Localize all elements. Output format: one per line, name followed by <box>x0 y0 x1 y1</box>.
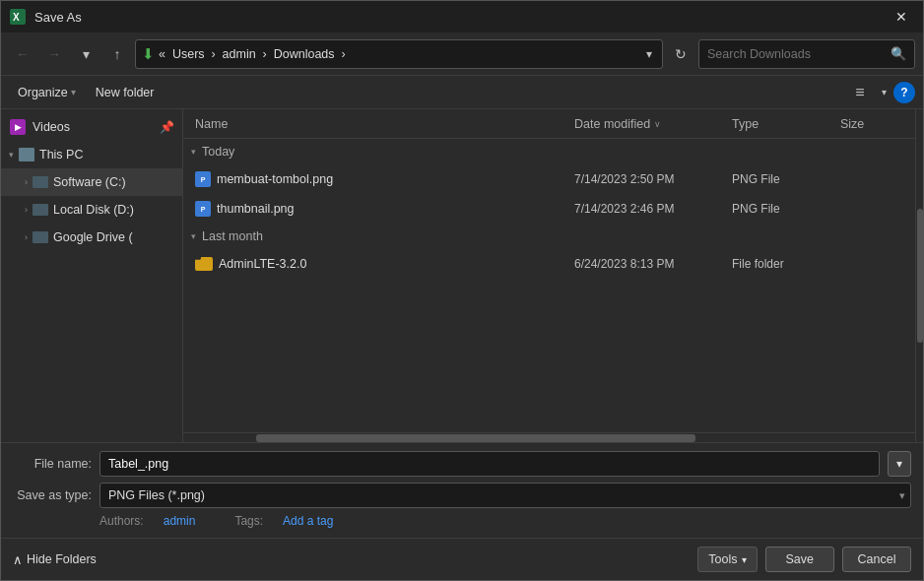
pin-icon: 📌 <box>160 120 174 134</box>
file-type-adminlte: File folder <box>724 257 832 271</box>
search-input[interactable] <box>707 47 885 61</box>
authors-value[interactable]: admin <box>164 514 196 528</box>
hide-folders-button[interactable]: ∧ Hide Folders <box>13 552 97 567</box>
col-header-size[interactable]: Size <box>832 109 911 138</box>
folder-icon <box>195 257 213 271</box>
disk-c-icon <box>32 173 49 191</box>
save-as-dialog: X Save As ✕ ← → ▾ ↑ ⬇ « Users › admin › … <box>0 0 924 581</box>
search-box[interactable]: 🔍 <box>698 39 915 69</box>
sidebar-item-local-disk-d[interactable]: › Local Disk (D:) <box>1 196 182 224</box>
sort-arrow: ∨ <box>654 119 661 129</box>
tags-value[interactable]: Add a tag <box>283 514 333 528</box>
saveastype-label: Save as type: <box>13 488 92 502</box>
main-content: ▶ Videos 📌 ▾ This PC › Software (C:) <box>1 109 923 442</box>
v-scrollbar-thumb <box>917 209 923 342</box>
png-icon: P <box>195 171 211 187</box>
title-bar: X Save As ✕ <box>1 1 923 32</box>
filename-dropdown[interactable]: ▾ <box>888 451 911 477</box>
cancel-button[interactable]: Cancel <box>842 547 911 572</box>
file-list: ▾ Today P membuat-tombol.png 7/14/2023 2… <box>183 139 915 432</box>
nav-bar: ← → ▾ ↑ ⬇ « Users › admin › Downloads › … <box>1 32 923 76</box>
disk-d-icon <box>32 201 49 219</box>
download-icon: ⬇ <box>142 45 155 63</box>
expand-arrow-this-pc: ▾ <box>9 150 14 160</box>
tags-label: Tags: <box>234 514 263 528</box>
saveastype-row: Save as type: PNG Files (*.png) ▾ <box>13 483 911 508</box>
filename-label: File name: <box>13 457 92 471</box>
view-dropdown-button[interactable]: ▾ <box>876 79 891 106</box>
sidebar-item-google-drive[interactable]: › Google Drive ( <box>1 224 182 251</box>
metadata-row: Authors: admin Tags: Add a tag <box>13 514 911 530</box>
group-last-month[interactable]: ▾ Last month <box>183 224 915 249</box>
saveastype-select[interactable]: PNG Files (*.png) <box>99 483 911 508</box>
refresh-button[interactable]: ↻ <box>667 40 694 68</box>
app-icon: X <box>9 8 27 26</box>
table-row[interactable]: AdminLTE-3.2.0 6/24/2023 8:13 PM File fo… <box>183 249 915 279</box>
footer: ∧ Hide Folders Tools ▾ Save Cancel <box>1 538 923 580</box>
sidebar-item-videos[interactable]: ▶ Videos 📌 <box>1 113 182 141</box>
vertical-scrollbar[interactable] <box>915 109 923 442</box>
save-button[interactable]: Save <box>765 547 835 572</box>
authors-label: Authors: <box>99 514 144 528</box>
video-icon: ▶ <box>9 118 27 136</box>
back-button[interactable]: ← <box>9 40 36 68</box>
col-header-type[interactable]: Type <box>724 109 832 138</box>
address-text: « Users › admin › Downloads › <box>159 47 638 61</box>
window-controls: ✕ <box>888 3 915 31</box>
sidebar-item-software-c[interactable]: › Software (C:) <box>1 168 182 196</box>
filename-input[interactable] <box>99 451 880 477</box>
svg-text:X: X <box>13 12 20 23</box>
address-bar[interactable]: ⬇ « Users › admin › Downloads › ▾ <box>135 39 663 69</box>
file-area: Name Date modified ∨ Type Size <box>183 109 915 442</box>
filename-row: File name: ▾ <box>13 451 911 477</box>
file-header: Name Date modified ∨ Type Size <box>183 109 915 139</box>
disk-google-icon <box>32 228 49 246</box>
forward-button[interactable]: → <box>40 40 68 68</box>
expand-arrow-software: › <box>25 177 28 187</box>
tools-button[interactable]: Tools ▾ <box>697 547 757 572</box>
sidebar-item-this-pc[interactable]: ▾ This PC <box>1 141 182 168</box>
up-button[interactable]: ↑ <box>103 40 131 68</box>
close-button[interactable]: ✕ <box>888 3 915 31</box>
pc-icon <box>18 146 35 163</box>
png-icon: P <box>195 201 211 217</box>
toolbar: Organize ▾ New folder ≡ ▾ ? <box>1 76 923 109</box>
expand-arrow-local-disk: › <box>25 205 28 215</box>
search-icon: 🔍 <box>891 46 906 61</box>
group-last-month-arrow: ▾ <box>191 231 196 241</box>
group-today[interactable]: ▾ Today <box>183 139 915 164</box>
help-button[interactable]: ? <box>893 82 915 103</box>
file-type-thumbnail: PNG File <box>724 202 832 216</box>
dropdown-button[interactable]: ▾ <box>72 40 99 68</box>
address-dropdown-button[interactable]: ▾ <box>642 47 656 61</box>
view-icon-button[interactable]: ≡ <box>846 79 874 106</box>
col-header-name[interactable]: Name <box>187 109 566 138</box>
new-folder-button[interactable]: New folder <box>87 82 164 103</box>
organize-button[interactable]: Organize ▾ <box>9 82 85 103</box>
expand-arrow-google-drive: › <box>25 232 28 242</box>
file-date-adminlte: 6/24/2023 8:13 PM <box>566 257 724 271</box>
file-date-thumbnail: 7/14/2023 2:46 PM <box>566 202 724 216</box>
hide-folders-arrow: ∧ <box>13 552 23 567</box>
table-row[interactable]: P membuat-tombol.png 7/14/2023 2:50 PM P… <box>183 164 915 194</box>
file-date-membuat: 7/14/2023 2:50 PM <box>566 172 724 186</box>
dialog-title: Save As <box>34 10 888 25</box>
horizontal-scrollbar[interactable] <box>183 432 915 442</box>
file-type-membuat: PNG File <box>724 172 832 186</box>
sidebar: ▶ Videos 📌 ▾ This PC › Software (C:) <box>1 109 183 442</box>
saveastype-wrapper: PNG Files (*.png) ▾ <box>99 483 911 508</box>
table-row[interactable]: P thumbnail.png 7/14/2023 2:46 PM PNG Fi… <box>183 194 915 224</box>
col-header-date[interactable]: Date modified ∨ <box>566 109 724 138</box>
bottom-form: File name: ▾ Save as type: PNG Files (*.… <box>1 442 923 538</box>
group-today-arrow: ▾ <box>191 147 196 157</box>
h-scrollbar-thumb <box>256 434 695 442</box>
